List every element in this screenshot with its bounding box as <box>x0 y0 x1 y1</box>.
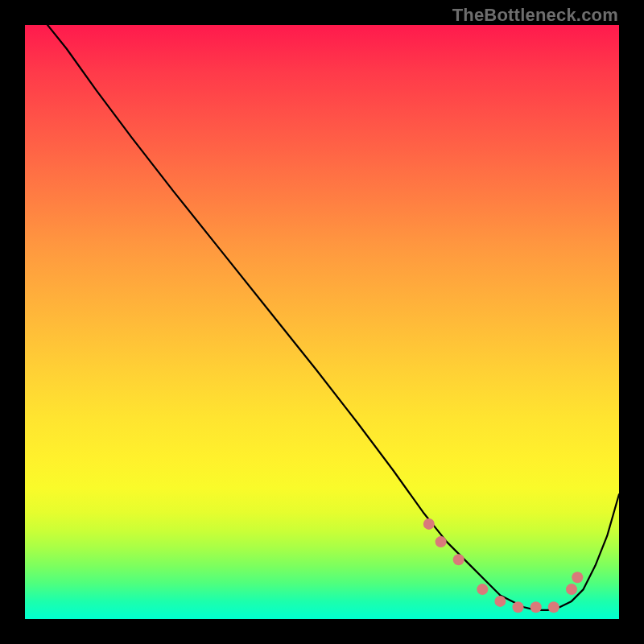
curve-marker <box>453 554 464 565</box>
bottleneck-curve-path <box>25 2 619 610</box>
curve-layer <box>25 25 619 619</box>
curve-marker <box>494 596 506 607</box>
curve-marker <box>423 518 435 530</box>
curve-marker <box>566 584 577 595</box>
curve-marker <box>513 601 524 613</box>
chart-frame: TheBottleneck.com <box>0 0 644 644</box>
curve-marker <box>548 601 559 613</box>
marker-group <box>423 518 584 613</box>
watermark-text: TheBottleneck.com <box>452 5 618 26</box>
curve-marker <box>436 536 447 547</box>
curve-marker <box>572 572 583 583</box>
curve-marker <box>477 584 488 595</box>
curve-marker <box>530 601 542 613</box>
